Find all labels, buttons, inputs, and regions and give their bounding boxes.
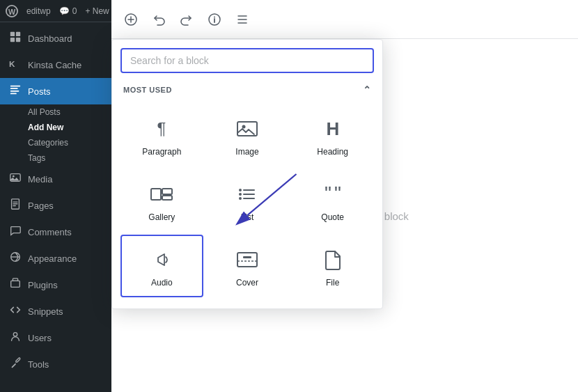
block-heading[interactable]: H Heading <box>291 104 374 166</box>
redo-button[interactable] <box>175 8 198 31</box>
svg-rect-2 <box>10 32 15 36</box>
sidebar-item-label: Comments <box>28 227 72 237</box>
sidebar-item-appearance[interactable]: Appearance <box>0 245 111 272</box>
sidebar-item-users[interactable]: Users <box>0 324 111 351</box>
collapse-section-button[interactable]: ⌃ <box>363 84 372 95</box>
sidebar-sub-allposts[interactable]: All Posts <box>0 104 111 120</box>
sidebar: W editwp 💬 0 + New Dashboard K Kinsta Ca… <box>0 0 111 392</box>
paragraph-icon: ¶ <box>149 116 174 141</box>
kinsta-icon: K <box>8 57 22 72</box>
svg-rect-30 <box>162 196 172 200</box>
audio-icon <box>149 247 174 272</box>
sidebar-sub-tags[interactable]: Tags <box>0 150 111 166</box>
sidebar-sub-addnew[interactable]: Add New <box>0 120 111 135</box>
posts-icon <box>8 84 22 99</box>
svg-point-31 <box>239 189 242 191</box>
sidebar-item-dashboard[interactable]: Dashboard <box>0 25 111 52</box>
editor-body: Most Used ⌃ ¶ Paragraph Image <box>111 39 578 392</box>
add-block-button[interactable] <box>120 8 142 31</box>
sidebar-item-pages[interactable]: Pages <box>0 192 111 219</box>
svg-rect-19 <box>11 281 20 287</box>
svg-rect-10 <box>10 93 17 95</box>
sidebar-item-label: Posts <box>28 86 51 97</box>
svg-rect-37 <box>243 256 251 258</box>
block-cover[interactable]: Cover <box>206 235 289 297</box>
users-icon <box>8 330 22 345</box>
block-paragraph[interactable]: ¶ Paragraph <box>120 104 203 166</box>
sidebar-item-snippets[interactable]: Snippets <box>0 298 111 324</box>
info-button[interactable] <box>203 8 226 31</box>
wp-logo-link[interactable]: W <box>6 5 18 17</box>
tools-icon <box>8 356 22 372</box>
list-view-button[interactable] <box>231 8 253 31</box>
sidebar-item-comments[interactable]: Comments <box>0 219 111 245</box>
cover-icon <box>235 247 260 272</box>
svg-text:H: H <box>326 118 339 139</box>
sidebar-item-label: Plugins <box>28 280 58 290</box>
svg-rect-9 <box>10 91 19 92</box>
sidebar-item-media[interactable]: Media <box>0 166 111 192</box>
undo-button[interactable] <box>148 8 170 31</box>
gallery-icon <box>149 182 174 207</box>
svg-text:W: W <box>8 7 16 15</box>
sidebar-item-plugins[interactable]: Plugins <box>0 272 111 298</box>
most-used-label: Most Used <box>123 86 172 94</box>
nav-menu: Dashboard K Kinsta Cache Posts All Posts… <box>0 22 111 392</box>
svg-rect-3 <box>16 32 20 36</box>
editor-toolbar <box>111 0 578 39</box>
block-audio-label: Audio <box>151 278 173 288</box>
image-icon <box>235 116 260 141</box>
block-search-container <box>112 40 382 79</box>
svg-point-33 <box>239 197 242 200</box>
svg-point-32 <box>239 193 242 196</box>
dashboard-icon <box>8 31 22 46</box>
sidebar-item-tools[interactable]: Tools <box>0 351 111 377</box>
svg-rect-7 <box>10 86 20 87</box>
block-file[interactable]: File <box>291 235 374 297</box>
svg-rect-14 <box>13 201 17 202</box>
new-link[interactable]: + New <box>85 6 109 16</box>
sidebar-item-kinsta[interactable]: K Kinsta Cache <box>0 52 111 78</box>
svg-point-20 <box>13 333 17 336</box>
block-quote-label: Quote <box>321 212 344 222</box>
sidebar-item-label: Dashboard <box>28 33 72 44</box>
svg-text:K: K <box>9 59 15 68</box>
snippets-icon <box>8 304 22 319</box>
svg-point-26 <box>242 125 245 129</box>
media-icon <box>8 171 22 187</box>
sidebar-item-label: Media <box>28 174 52 185</box>
sidebar-item-label: Snippets <box>28 306 63 317</box>
pages-icon <box>8 198 22 213</box>
appearance-icon <box>8 251 22 266</box>
block-image-label: Image <box>235 147 258 157</box>
block-list-label: List <box>241 212 254 222</box>
sidebar-sub-categories[interactable]: Categories <box>0 135 111 150</box>
svg-text:¶: ¶ <box>157 119 166 138</box>
svg-rect-16 <box>13 205 16 206</box>
block-quote[interactable]: "" Quote <box>291 169 374 232</box>
block-list[interactable]: List <box>206 169 289 232</box>
list-icon <box>235 182 260 207</box>
most-used-section-header: Most Used ⌃ <box>112 79 382 101</box>
block-audio[interactable]: Audio <box>120 235 203 297</box>
sidebar-item-label: Tools <box>28 359 49 370</box>
block-cover-label: Cover <box>236 278 258 288</box>
svg-rect-4 <box>10 38 15 42</box>
svg-rect-29 <box>162 189 172 194</box>
block-image[interactable]: Image <box>206 104 289 166</box>
block-gallery[interactable]: Gallery <box>120 169 203 232</box>
svg-rect-8 <box>10 88 18 89</box>
site-name-link[interactable]: editwp <box>26 6 51 16</box>
main-content: Most Used ⌃ ¶ Paragraph Image <box>111 0 578 392</box>
svg-rect-36 <box>237 253 257 267</box>
block-gallery-label: Gallery <box>148 212 175 222</box>
quote-icon: "" <box>320 182 345 207</box>
plugins-icon <box>8 277 22 292</box>
blocks-grid: ¶ Paragraph Image H Heading <box>112 101 382 300</box>
svg-rect-15 <box>13 203 17 204</box>
comments-link[interactable]: 💬 0 <box>59 6 77 16</box>
svg-rect-5 <box>16 38 20 42</box>
sidebar-item-label: Pages <box>28 201 54 211</box>
block-search-input[interactable] <box>120 48 374 73</box>
sidebar-item-posts[interactable]: Posts <box>0 78 111 104</box>
